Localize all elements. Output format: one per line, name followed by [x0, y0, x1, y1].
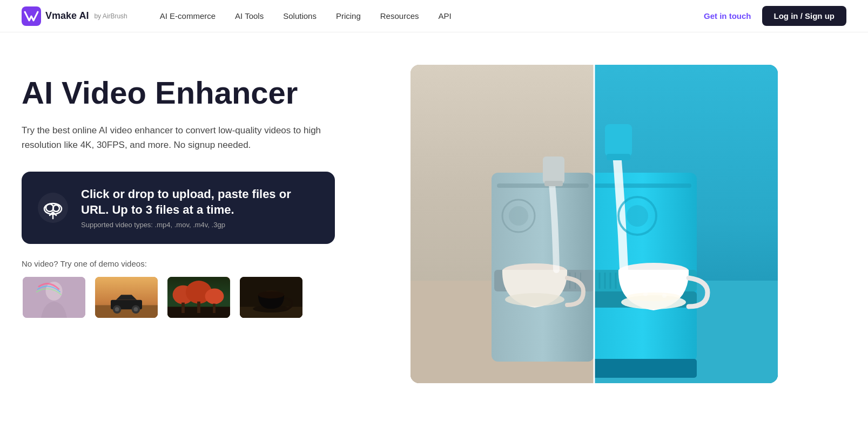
svg-point-53: [509, 206, 528, 226]
svg-rect-57: [594, 183, 691, 188]
svg-rect-50: [544, 181, 563, 186]
right-panel: [411, 65, 846, 383]
header-actions: Get in touch Log in / Sign up: [704, 6, 846, 26]
nav-ai-tools[interactable]: AI Tools: [235, 11, 264, 21]
demo-thumb-coffee[interactable]: [239, 276, 304, 319]
svg-point-86: [627, 205, 648, 227]
svg-point-26: [258, 291, 284, 299]
svg-point-82: [643, 292, 648, 296]
logo-by: by AirBrush: [94, 12, 127, 20]
svg-point-51: [505, 293, 564, 306]
upload-box[interactable]: Click or drop to upload, paste files or …: [22, 172, 335, 244]
after-image: [594, 65, 778, 383]
demo-thumb-person[interactable]: [22, 276, 86, 319]
upload-main-text: Click or drop to upload, paste files or …: [81, 187, 319, 217]
svg-rect-79: [607, 154, 630, 160]
vmake-logo-icon: [22, 6, 41, 26]
comparison-divider: [594, 65, 595, 383]
upload-sub-text: Supported video types: .mp4, .mov, .m4v,…: [81, 221, 319, 229]
svg-point-81: [627, 293, 681, 301]
nav-pricing[interactable]: Pricing: [336, 11, 361, 21]
upload-text-area: Click or drop to upload, paste files or …: [81, 187, 319, 229]
nav-ai-ecommerce[interactable]: AI E-commerce: [160, 11, 216, 21]
logo-text: Vmake AI: [45, 10, 89, 22]
svg-rect-20: [181, 303, 185, 313]
upload-icon: [38, 193, 68, 223]
svg-rect-21: [197, 302, 200, 313]
header: Vmake AI by AirBrush AI E-commerce AI To…: [0, 0, 868, 32]
svg-point-18: [205, 289, 224, 304]
left-panel: AI Video Enhancer Try the best online AI…: [22, 65, 389, 319]
comparison-image: [411, 65, 778, 383]
svg-rect-30: [497, 183, 589, 188]
svg-point-14: [134, 308, 138, 312]
hero-subtitle: Try the best online AI video enhancer to…: [22, 123, 324, 152]
nav-api[interactable]: API: [438, 11, 451, 21]
login-signup-button[interactable]: Log in / Sign up: [762, 6, 846, 26]
main-nav: AI E-commerce AI Tools Solutions Pricing…: [160, 11, 704, 21]
svg-point-83: [655, 290, 658, 293]
logo[interactable]: Vmake AI by AirBrush: [22, 6, 127, 26]
svg-rect-22: [213, 304, 216, 313]
nav-solutions[interactable]: Solutions: [283, 11, 317, 21]
svg-point-84: [662, 294, 667, 298]
before-image: [411, 65, 594, 383]
svg-rect-49: [543, 157, 564, 183]
demo-label: No video? Try one of demo videos:: [22, 259, 389, 268]
svg-point-13: [115, 308, 119, 312]
hero-title: AI Video Enhancer: [22, 76, 389, 110]
main-content: AI Video Enhancer Try the best online AI…: [0, 32, 868, 442]
demo-thumb-nature[interactable]: [166, 276, 231, 319]
demo-thumb-car[interactable]: [94, 276, 159, 319]
demo-thumbnails: [22, 276, 389, 319]
svg-rect-87: [594, 359, 697, 378]
svg-rect-78: [605, 124, 632, 157]
get-in-touch-link[interactable]: Get in touch: [704, 11, 751, 21]
nav-resources[interactable]: Resources: [380, 11, 419, 21]
